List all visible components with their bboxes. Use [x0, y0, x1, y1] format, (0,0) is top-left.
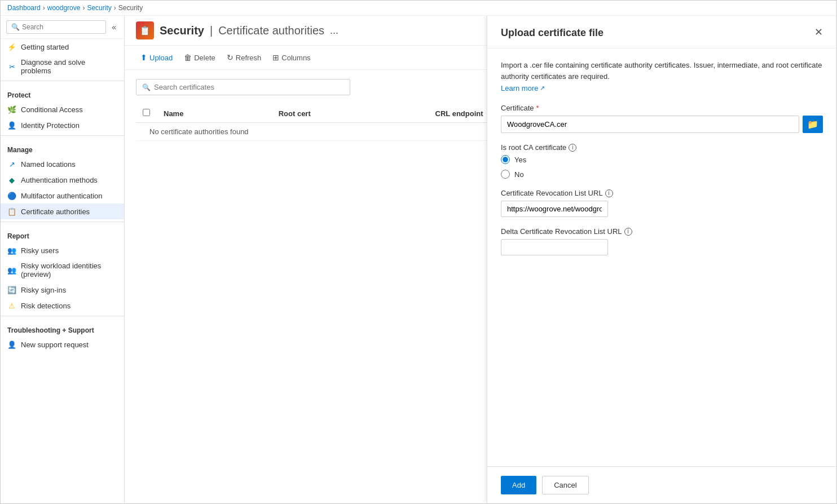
more-options-button[interactable]: ...	[330, 25, 338, 37]
search-bar[interactable]: 🔍	[136, 79, 350, 95]
certificate-field-group: Certificate * 📁	[501, 104, 823, 133]
sidebar-item-label: Multifactor authentication	[21, 192, 103, 200]
sidebar-item-label: Risk detections	[21, 302, 71, 310]
search-box[interactable]: 🔍	[6, 20, 106, 34]
crl-url-label: Certificate Revocation List URL i	[501, 189, 823, 197]
col-root-cert: Root cert	[272, 104, 429, 123]
crl-url-field-group: Certificate Revocation List URL i	[501, 189, 823, 217]
risky-signins-icon: 🔄	[7, 285, 16, 294]
radio-no[interactable]: No	[501, 170, 823, 179]
section-protect: Protect	[1, 86, 124, 101]
delete-icon: 🗑	[184, 53, 192, 62]
breadcrumb: Dashboard › woodgrove › Security › Secur…	[1, 1, 836, 16]
refresh-icon: ↻	[227, 53, 234, 62]
sidebar-item-label: Risky users	[21, 246, 59, 255]
content-area: 📋 Security | Certificate authorities ...…	[125, 16, 836, 503]
upload-button[interactable]: ⬆ Upload	[136, 50, 177, 65]
columns-label: Columns	[281, 54, 310, 62]
panel-header: Upload certificate file ✕	[487, 16, 836, 48]
certificate-label: Certificate *	[501, 104, 823, 112]
sidebar-item-risky-sign-ins[interactable]: 🔄 Risky sign-ins	[1, 282, 124, 298]
panel-description: Import a .cer file containing certificat…	[501, 60, 823, 82]
auth-methods-icon: ◆	[7, 175, 16, 184]
sidebar-item-label: Risky sign-ins	[21, 286, 66, 294]
certificate-input[interactable]	[501, 116, 799, 133]
section-report: Report	[1, 227, 124, 242]
risk-detections-icon: ⚠	[7, 301, 16, 310]
sidebar-item-risky-workload[interactable]: 👥 Risky workload identities (preview)	[1, 258, 124, 282]
browse-file-button[interactable]: 📁	[803, 116, 823, 133]
sidebar-item-label: Diagnose and solve problems	[21, 58, 117, 75]
search-input[interactable]	[22, 23, 101, 31]
delta-crl-field-group: Delta Certificate Revocation List URL i	[501, 227, 823, 255]
delete-button[interactable]: 🗑 Delete	[179, 50, 220, 65]
cancel-button[interactable]: Cancel	[542, 476, 588, 494]
panel-close-button[interactable]: ✕	[814, 27, 823, 37]
radio-group: Yes No	[501, 155, 823, 179]
sidebar-item-diagnose[interactable]: ✂ Diagnose and solve problems	[1, 55, 124, 78]
root-ca-info-icon[interactable]: i	[569, 144, 576, 152]
required-indicator: *	[536, 104, 539, 112]
panel-body: Import a .cer file containing certificat…	[487, 48, 836, 466]
page-icon: 📋	[136, 21, 154, 39]
radio-yes[interactable]: Yes	[501, 155, 823, 164]
collapse-button[interactable]: «	[109, 21, 118, 33]
panel-footer: Add Cancel	[487, 466, 836, 503]
panel-title: Upload certificate file	[501, 27, 603, 39]
upload-icon: ⬆	[140, 53, 147, 62]
sidebar-item-risk-detections[interactable]: ⚠ Risk detections	[1, 298, 124, 313]
search-icon: 🔍	[11, 23, 20, 31]
search-bar-icon: 🔍	[142, 83, 151, 91]
section-troubleshooting: Troubleshooting + Support	[1, 321, 124, 337]
sidebar-item-label: Authentication methods	[21, 176, 98, 184]
root-ca-label: Is root CA certificate i	[501, 143, 823, 152]
mfa-icon: 🔵	[7, 191, 16, 200]
delta-crl-info-icon[interactable]: i	[624, 228, 632, 236]
radio-no-input[interactable]	[501, 170, 510, 179]
search-certificates-input[interactable]	[154, 83, 344, 91]
add-button[interactable]: Add	[501, 476, 536, 494]
breadcrumb-dashboard[interactable]: Dashboard	[7, 4, 41, 12]
sidebar-item-named-locations[interactable]: ↗ Named locations	[1, 156, 124, 172]
delete-label: Delete	[194, 54, 215, 62]
sidebar-item-conditional-access[interactable]: 🌿 Conditional Access	[1, 101, 124, 117]
sidebar-item-support[interactable]: 👤 New support request	[1, 337, 124, 352]
sidebar: 🔍 « ⚡ Getting started ✂ Diagnose and sol…	[1, 16, 125, 503]
sidebar-item-label: Named locations	[21, 160, 76, 169]
support-icon: 👤	[7, 340, 16, 349]
sidebar-item-mfa[interactable]: 🔵 Multifactor authentication	[1, 188, 124, 204]
sidebar-header: 🔍 «	[1, 16, 124, 39]
crl-url-input[interactable]	[501, 201, 608, 217]
sidebar-item-label: Certificate authorities	[21, 207, 90, 216]
named-locations-icon: ↗	[7, 160, 16, 169]
delta-crl-label: Delta Certificate Revocation List URL i	[501, 227, 823, 236]
file-input-row: 📁	[501, 116, 823, 133]
breadcrumb-security-1[interactable]: Security	[87, 4, 111, 12]
sidebar-item-risky-users[interactable]: 👥 Risky users	[1, 242, 124, 258]
sidebar-item-auth-methods[interactable]: ◆ Authentication methods	[1, 172, 124, 188]
upload-panel: Upload certificate file ✕ Import a .cer …	[487, 16, 836, 503]
page-subtitle: Certificate authorities	[218, 24, 324, 37]
crl-url-info-icon[interactable]: i	[605, 189, 613, 197]
upload-label: Upload	[149, 54, 173, 62]
external-link-icon: ↗	[540, 85, 545, 92]
breadcrumb-woodgrove[interactable]: woodgrove	[47, 4, 81, 12]
sidebar-item-getting-started[interactable]: ⚡ Getting started	[1, 39, 124, 55]
section-manage: Manage	[1, 140, 124, 156]
delta-crl-input[interactable]	[501, 239, 608, 255]
root-ca-field-group: Is root CA certificate i Yes No	[501, 143, 823, 179]
sidebar-item-identity-protection[interactable]: 👤 Identity Protection	[1, 117, 124, 133]
breadcrumb-security-2: Security	[118, 4, 143, 12]
lightning-icon: ⚡	[7, 42, 16, 51]
sidebar-item-certificate-authorities[interactable]: 📋 Certificate authorities	[1, 204, 124, 219]
risky-workload-icon: 👥	[7, 266, 16, 275]
refresh-button[interactable]: ↻ Refresh	[222, 50, 266, 65]
sidebar-item-label: New support request	[21, 341, 89, 349]
select-all-checkbox[interactable]	[143, 109, 150, 116]
radio-yes-input[interactable]	[501, 155, 510, 164]
page-title: Security	[160, 24, 204, 37]
scissors-icon: ✂	[7, 62, 16, 71]
learn-more-link[interactable]: Learn more ↗	[501, 84, 823, 92]
sidebar-item-label: Getting started	[21, 43, 69, 51]
columns-button[interactable]: ⊞ Columns	[268, 50, 315, 65]
